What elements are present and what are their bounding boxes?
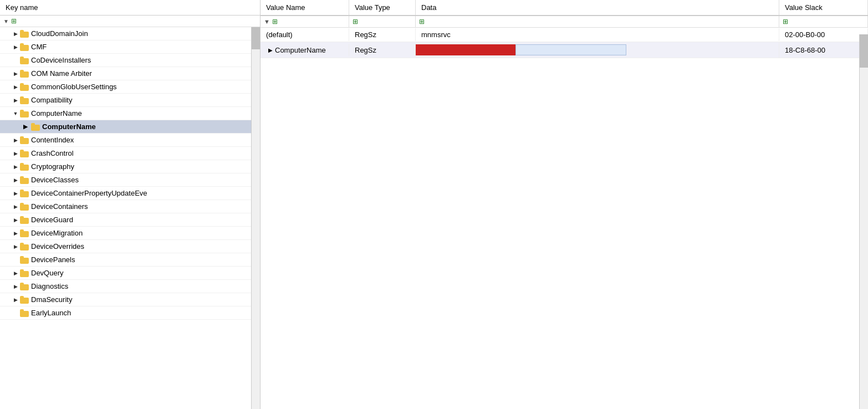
tree-item-ComputerName[interactable]: ▶ ▶ ComputerName xyxy=(0,120,251,134)
filter-cell-4[interactable]: ⊞ xyxy=(779,16,868,27)
tree-container: ▶ CloudDomainJoin ▶ CMF ▶ CoDeviceInstal… xyxy=(0,27,260,409)
tree-item-ContentIndex[interactable]: ▶ ContentIndex xyxy=(0,134,251,147)
expand-icon-DeviceGuard: ▶ xyxy=(11,217,20,223)
tree-label-DeviceOverrides: DeviceOverrides xyxy=(31,242,84,250)
tree-item-DevicePanels[interactable]: ▶ DevicePanels xyxy=(0,253,251,267)
expand-icon-DeviceClasses: ▶ xyxy=(11,177,20,183)
tree-label-DeviceContainers: DeviceContainers xyxy=(31,202,88,211)
filter-grid-icon-4: ⊞ xyxy=(783,18,788,25)
tree-item-CrashControl[interactable]: ▶ CrashControl xyxy=(0,147,251,160)
data-blue-selection xyxy=(515,44,626,55)
tree-item-CoDeviceInstallers[interactable]: ▶ CoDeviceInstallers xyxy=(0,54,251,67)
folder-icon-DeviceClasses xyxy=(20,176,29,184)
tree-label-CloudDomainJoin: CloudDomainJoin xyxy=(31,29,88,38)
expand-icon-COMNameArbiter: ▶ xyxy=(11,71,20,76)
tree-label-DevQuery: DevQuery xyxy=(31,269,64,277)
tree-item-ComputerNameParent[interactable]: ▼ ComputerName xyxy=(0,107,251,120)
folder-icon-DeviceMigration xyxy=(20,229,29,237)
tree-label-CMF: CMF xyxy=(31,43,47,51)
cell-computername-value-type: RegSz xyxy=(349,44,416,57)
header-value-slack: Value Slack xyxy=(779,0,868,15)
folder-icon-CoDeviceInstallers xyxy=(20,57,29,64)
tree-item-CommonGlobUserSettings[interactable]: ▶ CommonGlobUserSettings xyxy=(0,80,251,94)
left-panel-scrollbar-thumb[interactable] xyxy=(252,27,260,49)
tree-filter-row: ▼ ⊞ xyxy=(0,16,260,27)
tree-label-Diagnostics: Diagnostics xyxy=(31,282,68,290)
folder-icon-ComputerName xyxy=(31,123,40,131)
tree-item-DmaSecurity[interactable]: ▶ DmaSecurity xyxy=(0,293,251,306)
tree-label-DeviceClasses: DeviceClasses xyxy=(31,176,79,184)
folder-icon-DeviceOverrides xyxy=(20,243,29,250)
filter-grid-icon-1: ⊞ xyxy=(272,18,278,25)
expand-icon-CMF: ▶ xyxy=(11,44,20,50)
cell-computername-data xyxy=(416,42,779,58)
folder-icon-DeviceContainerPropertyUpdateEve xyxy=(20,190,29,197)
tree-label-Compatibility: Compatibility xyxy=(31,96,72,104)
tree-item-CMF[interactable]: ▶ CMF xyxy=(0,40,251,54)
table-filter-row: ▼ ⊞ ⊞ ⊞ ⊞ xyxy=(261,16,868,28)
tree-item-COMNameArbiter[interactable]: ▶ COM Name Arbiter xyxy=(0,67,251,80)
tree-label-DeviceContainerPropertyUpdateEve: DeviceContainerPropertyUpdateEve xyxy=(31,189,147,197)
tree-item-DeviceGuard[interactable]: ▶ DeviceGuard xyxy=(0,213,251,227)
tree-expand-arrow: ▼ xyxy=(3,18,9,24)
expand-icon-Diagnostics: ▶ xyxy=(11,284,20,289)
filter-grid-icon-3: ⊞ xyxy=(419,18,425,25)
tree-filter-icon: ⊞ xyxy=(11,17,17,25)
filter-cell-3[interactable]: ⊞ xyxy=(416,16,779,27)
tree-label-CoDeviceInstallers: CoDeviceInstallers xyxy=(31,56,91,64)
folder-icon-CommonGlobUserSettings xyxy=(20,83,29,91)
expand-icon-Cryptography: ▶ xyxy=(11,164,20,170)
tree-item-DeviceContainerPropertyUpdateEve[interactable]: ▶ DeviceContainerPropertyUpdateEve xyxy=(0,187,251,200)
expand-icon-DmaSecurity: ▶ xyxy=(11,297,20,303)
cell-default-value-name: (default) xyxy=(261,28,349,41)
tree-label-DeviceGuard: DeviceGuard xyxy=(31,216,73,224)
cell-default-value-slack: 02-00-B0-00 xyxy=(779,28,868,41)
cell-computername-value-slack: 18-C8-68-00 xyxy=(779,44,868,57)
expand-icon-Compatibility: ▶ xyxy=(11,98,20,103)
cell-default-value-type: RegSz xyxy=(349,28,416,41)
expand-icon-ContentIndex: ▶ xyxy=(11,137,20,143)
tree-label-CrashControl: CrashControl xyxy=(31,149,74,157)
filter-cell-1[interactable]: ▼ ⊞ xyxy=(261,16,349,27)
tree-label-DmaSecurity: DmaSecurity xyxy=(31,295,72,304)
tree-item-CloudDomainJoin[interactable]: ▶ CloudDomainJoin xyxy=(0,27,251,40)
key-name-header: Key name xyxy=(0,0,260,16)
tree-item-Diagnostics[interactable]: ▶ Diagnostics xyxy=(0,280,251,293)
folder-icon-CloudDomainJoin xyxy=(20,30,29,38)
tree-label-DeviceMigration: DeviceMigration xyxy=(31,229,83,237)
left-panel-scrollbar[interactable] xyxy=(251,27,260,409)
header-value-name: Value Name xyxy=(261,0,349,15)
folder-icon-Cryptography xyxy=(20,163,29,171)
folder-icon-ComputerNameParent xyxy=(20,110,29,117)
tree-item-DeviceContainers[interactable]: ▶ DeviceContainers xyxy=(0,200,251,213)
folder-icon-CrashControl xyxy=(20,150,29,157)
folder-icon-DevicePanels xyxy=(20,256,29,264)
tree-item-Compatibility[interactable]: ▶ Compatibility xyxy=(0,94,251,107)
tree-item-DevQuery[interactable]: ▶ DevQuery xyxy=(0,267,251,280)
table-row-computername[interactable]: ▶ ComputerName RegSz 18-C8-68-00 xyxy=(261,42,868,58)
expand-icon-ComputerNameParent: ▼ xyxy=(11,111,20,116)
tree-item-Cryptography[interactable]: ▶ Cryptography xyxy=(0,160,251,173)
tree-item-DeviceOverrides[interactable]: ▶ DeviceOverrides xyxy=(0,240,251,253)
filter-cell-2[interactable]: ⊞ xyxy=(349,16,416,27)
folder-icon-DmaSecurity xyxy=(20,296,29,304)
expand-icon-DeviceContainerPropertyUpdateEve: ▶ xyxy=(11,191,20,196)
tree-label-Cryptography: Cryptography xyxy=(31,162,74,171)
data-red-highlight xyxy=(416,44,515,55)
expand-icon-CloudDomainJoin: ▶ xyxy=(11,31,20,37)
tree-item-DeviceMigration[interactable]: ▶ DeviceMigration xyxy=(0,227,251,240)
tree-label-ComputerNameParent: ComputerName xyxy=(31,109,82,117)
tree-item-DeviceClasses[interactable]: ▶ DeviceClasses xyxy=(0,173,251,187)
folder-icon-ContentIndex xyxy=(20,136,29,144)
folder-icon-CMF xyxy=(20,43,29,51)
header-value-type: Value Type xyxy=(349,0,416,15)
folder-icon-COMNameArbiter xyxy=(20,70,29,78)
cell-computername-value-name: ▶ ComputerName xyxy=(261,44,349,57)
tree-item-EarlyLaunch[interactable]: ▶ EarlyLaunch xyxy=(0,306,251,320)
left-panel: Key name ▼ ⊞ ▶ CloudDomainJoin ▶ CMF ▶ xyxy=(0,0,261,409)
expand-icon-DeviceOverrides: ▶ xyxy=(11,244,20,249)
expand-icon-DevQuery: ▶ xyxy=(11,270,20,276)
key-name-label: Key name xyxy=(6,3,38,12)
table-row-default[interactable]: (default) RegSz mnmsrvc 02-00-B0-00 xyxy=(261,28,868,42)
table-body: (default) RegSz mnmsrvc 02-00-B0-00 ▶ Co… xyxy=(261,28,868,409)
